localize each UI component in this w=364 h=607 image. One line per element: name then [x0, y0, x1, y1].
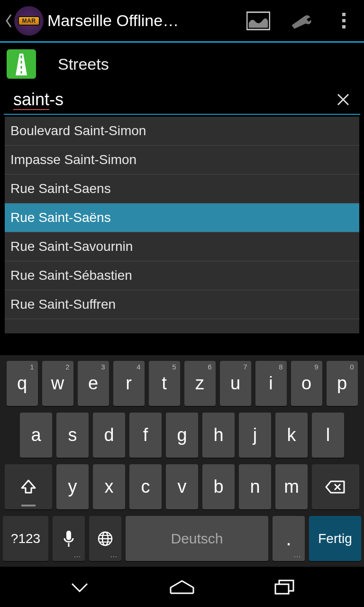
app-logo[interactable]: MAR: [14, 6, 44, 36]
key-backspace[interactable]: [312, 464, 359, 509]
streets-icon: [7, 49, 36, 79]
app-logo-text: MAR: [18, 16, 40, 26]
key-r[interactable]: r4: [113, 361, 145, 406]
system-navbar: [0, 567, 364, 607]
search-input[interactable]: saint-s: [13, 90, 334, 110]
key-language[interactable]: …: [89, 516, 121, 561]
key-v[interactable]: v: [166, 464, 198, 509]
list-item[interactable]: [5, 319, 359, 333]
clear-icon[interactable]: [334, 90, 353, 109]
svg-rect-2: [66, 531, 71, 540]
keyboard: q1 w2 e3 r4 t5 z6 u7 i8 o9 p0 a s d f g …: [0, 355, 364, 567]
key-g[interactable]: g: [166, 413, 198, 458]
results-list: Boulevard Saint-Simon Impasse Saint-Simo…: [5, 117, 359, 333]
list-item[interactable]: Rue Saint-Saens: [5, 175, 359, 203]
key-q[interactable]: q1: [7, 361, 38, 406]
key-f[interactable]: f: [129, 413, 162, 458]
key-j[interactable]: j: [239, 413, 271, 458]
key-x[interactable]: x: [93, 464, 125, 509]
key-n[interactable]: n: [239, 464, 271, 509]
key-s[interactable]: s: [56, 413, 89, 458]
list-item[interactable]: Rue Saint-Sébastien: [5, 261, 359, 290]
key-symbols[interactable]: ?123: [3, 516, 48, 561]
key-z[interactable]: z6: [184, 361, 216, 406]
key-i[interactable]: i8: [255, 361, 287, 406]
section-label: Streets: [58, 55, 109, 74]
key-a[interactable]: a: [20, 413, 52, 458]
action-bar-icons: [246, 9, 360, 33]
list-item[interactable]: Rue Saint-Saëns: [5, 203, 359, 232]
list-item[interactable]: Rue Saint-Savournin: [5, 232, 359, 261]
key-shift[interactable]: [5, 464, 52, 509]
svg-rect-8: [275, 584, 289, 594]
key-l[interactable]: l: [312, 413, 344, 458]
key-done[interactable]: Fertig: [309, 516, 361, 561]
nav-back-icon[interactable]: [63, 575, 96, 599]
keyboard-row-4: ?123 … … Deutsch .… Fertig: [3, 516, 361, 561]
list-item[interactable]: Impasse Saint-Simon: [5, 146, 359, 175]
keyboard-row-1: q1 w2 e3 r4 t5 z6 u7 i8 o9 p0: [3, 361, 361, 406]
list-item[interactable]: Boulevard Saint-Simon: [5, 117, 359, 146]
settings-wrench-icon[interactable]: [289, 9, 313, 33]
key-p[interactable]: p0: [327, 361, 358, 406]
key-e[interactable]: e3: [78, 361, 109, 406]
key-d[interactable]: d: [93, 413, 125, 458]
key-m[interactable]: m: [275, 464, 308, 509]
key-o[interactable]: o9: [291, 361, 322, 406]
back-icon[interactable]: [4, 11, 13, 30]
key-k[interactable]: k: [275, 413, 308, 458]
section-header: Streets: [0, 43, 364, 85]
app-title: Marseille Offline…: [47, 11, 246, 30]
key-y[interactable]: y: [56, 464, 89, 509]
key-space[interactable]: Deutsch: [126, 516, 268, 561]
keyboard-row-2: a s d f g h j k l: [3, 413, 361, 458]
list-item[interactable]: Rue Saint-Suffren: [5, 290, 359, 319]
nav-recent-icon[interactable]: [268, 575, 301, 599]
nav-home-icon[interactable]: [165, 575, 199, 599]
key-b[interactable]: b: [202, 464, 235, 509]
overflow-menu-icon[interactable]: [332, 9, 355, 33]
key-period[interactable]: .…: [273, 516, 305, 561]
action-bar: MAR Marseille Offline…: [0, 0, 364, 43]
key-voice[interactable]: …: [53, 516, 85, 561]
key-h[interactable]: h: [202, 413, 235, 458]
key-c[interactable]: c: [129, 464, 162, 509]
key-w[interactable]: w2: [42, 361, 73, 406]
key-t[interactable]: t5: [149, 361, 180, 406]
key-u[interactable]: u7: [220, 361, 251, 406]
search-row: saint-s: [4, 85, 360, 115]
keyboard-row-3: y x c v b n m: [3, 464, 361, 509]
map-icon[interactable]: [246, 9, 270, 33]
